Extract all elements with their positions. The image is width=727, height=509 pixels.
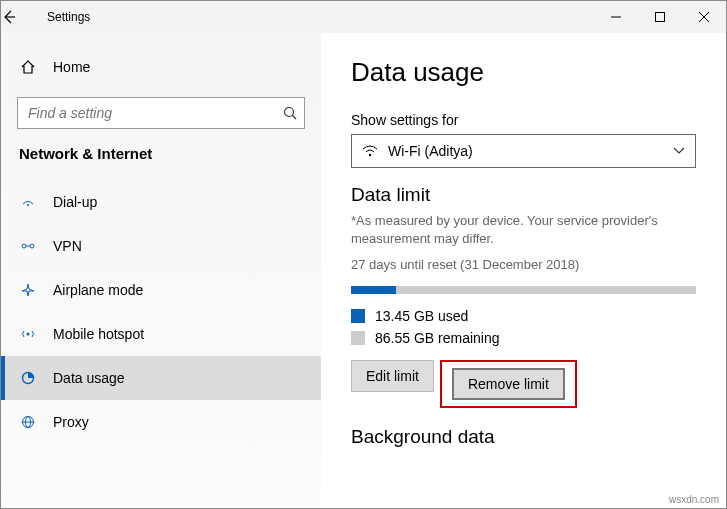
search-box[interactable]: [17, 97, 305, 129]
legend-remaining: 86.55 GB remaining: [351, 330, 696, 346]
maximize-button[interactable]: [638, 1, 682, 33]
svg-point-8: [30, 244, 34, 248]
titlebar: Settings: [1, 1, 726, 33]
hotspot-icon: [19, 326, 37, 342]
settings-window: Settings Home Network & Internet: [0, 0, 727, 509]
days-until-reset: 27 days until reset (31 December 2018): [351, 257, 696, 272]
show-settings-label: Show settings for: [351, 112, 696, 128]
edit-limit-button[interactable]: Edit limit: [351, 360, 434, 392]
sidebar-home-label: Home: [53, 59, 90, 75]
arrow-left-icon: [1, 9, 17, 25]
network-name: Wi-Fi (Aditya): [388, 143, 473, 159]
remove-limit-highlight: Remove limit: [440, 360, 577, 408]
sidebar-item-proxy[interactable]: Proxy: [1, 400, 321, 444]
background-data-heading: Background data: [351, 426, 696, 448]
airplane-icon: [19, 282, 37, 298]
sidebar-home[interactable]: Home: [1, 47, 321, 87]
used-text: 13.45 GB used: [375, 308, 468, 324]
sidebar-item-hotspot[interactable]: Mobile hotspot: [1, 312, 321, 356]
sidebar-nav: Dial-up VPN Airplane mode: [1, 180, 321, 444]
sidebar-category: Network & Internet: [1, 143, 321, 170]
close-icon: [699, 12, 709, 22]
home-icon: [19, 59, 37, 75]
search-icon: [283, 106, 297, 120]
limit-buttons: Edit limit Remove limit: [351, 360, 696, 408]
sidebar-item-airplane[interactable]: Airplane mode: [1, 268, 321, 312]
swatch-remaining-icon: [351, 331, 365, 345]
vpn-icon: [19, 238, 37, 254]
wifi-icon: [362, 145, 378, 157]
sidebar-item-dialup[interactable]: Dial-up: [1, 180, 321, 224]
page-title: Data usage: [351, 57, 696, 88]
svg-point-4: [285, 108, 294, 117]
sidebar-item-label: Airplane mode: [53, 282, 143, 298]
sidebar-item-label: Proxy: [53, 414, 89, 430]
remove-limit-button[interactable]: Remove limit: [452, 368, 565, 400]
svg-line-5: [293, 116, 297, 120]
window-title: Settings: [47, 10, 90, 24]
network-dropdown[interactable]: Wi-Fi (Aditya): [351, 134, 696, 168]
legend-used: 13.45 GB used: [351, 308, 696, 324]
maximize-icon: [655, 12, 665, 22]
sidebar-item-datausage[interactable]: Data usage: [1, 356, 321, 400]
usage-bar-fill: [351, 286, 396, 294]
sidebar-item-label: Mobile hotspot: [53, 326, 144, 342]
body: Home Network & Internet Dial-up: [1, 33, 726, 508]
watermark: wsxdn.com: [669, 494, 719, 505]
svg-point-6: [27, 204, 29, 206]
swatch-used-icon: [351, 309, 365, 323]
svg-point-15: [369, 154, 371, 156]
data-limit-heading: Data limit: [351, 184, 696, 206]
remaining-text: 86.55 GB remaining: [375, 330, 500, 346]
content: Data usage Show settings for Wi-Fi (Adit…: [321, 33, 726, 508]
close-button[interactable]: [682, 1, 726, 33]
sidebar-item-vpn[interactable]: VPN: [1, 224, 321, 268]
measurement-note: *As measured by your device. Your servic…: [351, 212, 696, 247]
search-input[interactable]: [17, 97, 305, 129]
minimize-icon: [611, 12, 621, 22]
datausage-icon: [19, 370, 37, 386]
sidebar-item-label: VPN: [53, 238, 82, 254]
back-button[interactable]: [1, 9, 41, 25]
minimize-button[interactable]: [594, 1, 638, 33]
svg-point-7: [22, 244, 26, 248]
chevron-down-icon: [673, 147, 685, 155]
dialup-icon: [19, 194, 37, 210]
sidebar: Home Network & Internet Dial-up: [1, 33, 321, 508]
proxy-icon: [19, 414, 37, 430]
svg-point-10: [27, 333, 30, 336]
usage-bar: [351, 286, 696, 294]
sidebar-item-label: Dial-up: [53, 194, 97, 210]
window-controls: [594, 1, 726, 33]
sidebar-item-label: Data usage: [53, 370, 125, 386]
svg-rect-1: [656, 13, 665, 22]
